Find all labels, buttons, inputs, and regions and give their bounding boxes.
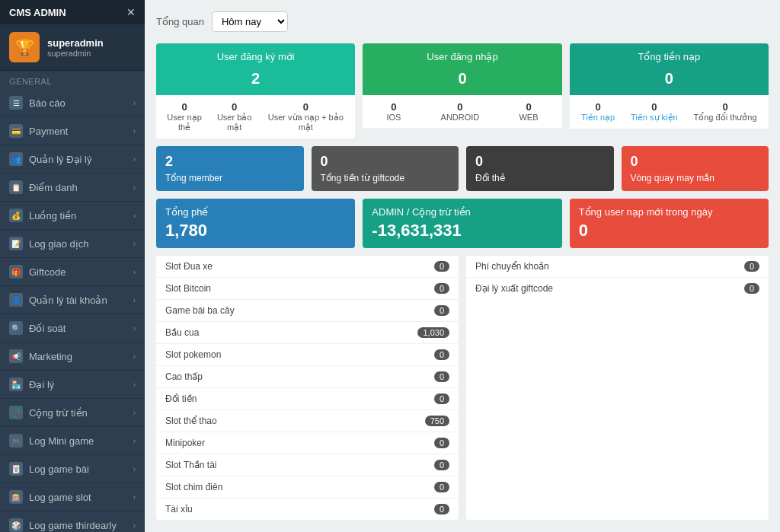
sidebar-item-log-mini-game[interactable]: 🎮Log Mini game ›	[0, 427, 145, 455]
table-row: Slot Thần tài0	[156, 454, 459, 476]
chevron-right-icon: ›	[133, 465, 136, 473]
mini-card-member: 2 Tổng member	[156, 146, 304, 191]
sidebar-item-diem-danh[interactable]: 📋Điểm danh ›	[0, 174, 145, 202]
second-row: 2 Tổng member 0 Tổng tiền từ giftcode 0 …	[156, 146, 769, 191]
sidebar-icon: 👥	[9, 152, 23, 166]
sidebar-icon: 📋	[9, 180, 23, 194]
footer-item-nap-the: 0 User nạp thẻ	[160, 101, 209, 132]
stat-card-login: User đăng nhập 0 0 IOS 0 ANDROID 0 WEB	[363, 43, 561, 139]
sidebar-icon: 💰	[9, 209, 23, 222]
footer-item-tien-nap: 0 Tiền nạp	[581, 101, 615, 123]
sidebar-item-quan-ly-dai-ly[interactable]: 👥Quản lý Đại lý ›	[0, 145, 145, 174]
sidebar-icon: 👤	[9, 293, 23, 307]
username: superadmin	[47, 37, 104, 49]
chevron-right-icon: ›	[133, 99, 136, 107]
sidebar-item-payment[interactable]: 💳Payment ›	[0, 117, 145, 145]
sidebar-icon: 💳	[9, 124, 23, 138]
stat-card-deposit: Tổng tiền nạp 0 0 Tiền nạp 0 Tiền sự kiệ…	[570, 43, 769, 139]
sidebar-item-dai-ly[interactable]: 🏪Đại lý ›	[0, 371, 145, 399]
sidebar-icon: 📝	[9, 237, 23, 250]
stat-card-footer: 0 IOS 0 ANDROID 0 WEB	[363, 95, 561, 128]
stat-card-value: 2	[156, 67, 355, 95]
chevron-right-icon: ›	[133, 493, 136, 502]
sidebar-title: CMS ADMIN	[9, 7, 66, 18]
sidebar-icon: 🎲	[9, 518, 23, 532]
table-row: Cao thấp0	[156, 366, 459, 388]
stats-row: User đăng ký mới 2 0 User nạp thẻ 0 User…	[156, 43, 769, 139]
sidebar-icon: 🎁	[9, 265, 23, 279]
chevron-right-icon: ›	[133, 240, 136, 248]
sidebar-icon: 🎰	[9, 490, 23, 504]
table-row: Đổi tiền0	[156, 388, 459, 410]
stat-card-footer: 0 Tiền nạp 0 Tiền sự kiện 0 Tổng đổi thư…	[570, 95, 769, 129]
user-role: superadmin	[47, 49, 104, 58]
fee-stats-table: Phí chuyển khoản0Đại lý xuất giftcode0	[466, 256, 769, 520]
chevron-right-icon: ›	[133, 324, 136, 333]
sidebar-item-log-game-bai[interactable]: 🃏Log game bài ›	[0, 455, 145, 483]
table-row: Slot pokemon0	[156, 344, 459, 366]
section-label: General	[0, 71, 145, 89]
date-filter-select[interactable]: Hôm nay Hôm qua Tuần này Tháng này	[212, 11, 288, 32]
sidebar-icon: 🎮	[9, 434, 23, 448]
game-stats-table: Slot Đua xe0Slot Bitcoin0Game bài ba cây…	[156, 256, 459, 520]
chevron-right-icon: ›	[133, 268, 136, 276]
sidebar-item-quan-ly-tai-khoan[interactable]: 👤Quản lý tài khoản ›	[0, 286, 145, 314]
table-row: Bầu cua1,030	[156, 322, 459, 344]
chevron-right-icon: ›	[133, 437, 136, 445]
stat-card-title: Tổng tiền nạp	[570, 43, 769, 67]
close-icon[interactable]: ✕	[126, 6, 136, 18]
table-row: Minipoker0	[156, 432, 459, 454]
sidebar-icon: 💱	[9, 406, 23, 419]
table-row: Slot chim điên0	[156, 476, 459, 499]
table-row: Slot Đua xe0Slot Bitcoin0Game bài ba cây…	[156, 256, 769, 520]
main-content: Tổng quan Hôm nay Hôm qua Tuần này Tháng…	[145, 0, 780, 532]
topbar-label: Tổng quan	[156, 16, 204, 27]
footer-item-tien-su-kien: 0 Tiền sự kiện	[631, 101, 678, 123]
table-row: Slot Đua xe0	[156, 256, 459, 278]
mini-card-giftcode: 0 Tổng tiền từ giftcode	[312, 146, 459, 191]
sidebar-item-doi-soat[interactable]: 🔍Đối soát ›	[0, 314, 145, 342]
table-row: Slot thể thao750	[156, 410, 459, 432]
sidebar-header: CMS ADMIN ✕	[0, 0, 145, 24]
stat-card-value: 0	[570, 67, 769, 95]
avatar: 🏆	[9, 32, 40, 62]
sidebar-item-log-game-thirdearly[interactable]: 🎲Log game thirdearly ›	[0, 511, 145, 532]
table-row: Tài xỉu0	[156, 499, 459, 521]
chevron-right-icon: ›	[133, 296, 136, 304]
chevron-right-icon: ›	[133, 352, 136, 361]
footer-item-web: 0 WEB	[519, 101, 538, 122]
stat-card-title: User đăng nhập	[363, 43, 561, 67]
top-bar: Tổng quan Hôm nay Hôm qua Tuần này Tháng…	[156, 11, 769, 32]
chevron-right-icon: ›	[133, 155, 136, 164]
chevron-right-icon: ›	[133, 409, 136, 417]
mini-card-doi-the: 0 Đổi thẻ	[466, 146, 614, 191]
fee-table: Phí chuyển khoản0Đại lý xuất giftcode0	[466, 256, 769, 299]
sidebar-icon: ☰	[9, 96, 23, 110]
stat-card-footer: 0 User nạp thẻ 0 User bảo mật 0 User vừa…	[156, 95, 355, 139]
sidebar-item-luong-tien[interactable]: 💰Luồng tiền ›	[0, 202, 145, 230]
sidebar-item-log-game-slot[interactable]: 🎰Log game slot ›	[0, 483, 145, 511]
big-card-admin-cong-tru: ADMIN / Cộng trừ tiền -13,631,331	[363, 199, 561, 248]
footer-item-android: 0 ANDROID	[441, 101, 480, 122]
big-card-user-nap-moi: Tổng user nạp mới trong ngày 0	[570, 199, 769, 248]
sidebar-item-marketing[interactable]: 📢Marketing ›	[0, 342, 145, 371]
sidebar-item-bao-cao[interactable]: ☰Báo cáo ›	[0, 89, 145, 117]
chevron-right-icon: ›	[133, 381, 136, 389]
footer-item-bao-mat: 0 User bảo mật	[209, 101, 260, 132]
chevron-right-icon: ›	[133, 212, 136, 220]
footer-item-doi-thuong: 0 Tổng đổi thưởng	[694, 101, 757, 123]
stat-card-value: 0	[363, 67, 561, 95]
sidebar-icon: 🃏	[9, 462, 23, 476]
sidebar-item-giftcode[interactable]: 🎁Giftcode ›	[0, 258, 145, 286]
stat-card-title: User đăng ký mới	[156, 43, 355, 67]
sidebar-item-log-giao-dich[interactable]: 📝Log giao dịch ›	[0, 230, 145, 258]
footer-item-nap-bao-mat: 0 User vừa nạp + bảo mật	[260, 101, 351, 132]
table-row: Game bài ba cây0	[156, 300, 459, 322]
mini-card-vong-quay: 0 Vòng quay may mắn	[622, 146, 769, 191]
sidebar-item-cong-tru-tien[interactable]: 💱Cộng trừ tiền ›	[0, 399, 145, 427]
third-row: Tổng phế 1,780 ADMIN / Cộng trừ tiền -13…	[156, 199, 769, 248]
table-row: Phí chuyển khoản0	[466, 256, 769, 278]
table-row: Đại lý xuất giftcode0	[466, 278, 769, 300]
stat-card-new-users: User đăng ký mới 2 0 User nạp thẻ 0 User…	[156, 43, 355, 139]
chevron-right-icon: ›	[133, 521, 136, 530]
